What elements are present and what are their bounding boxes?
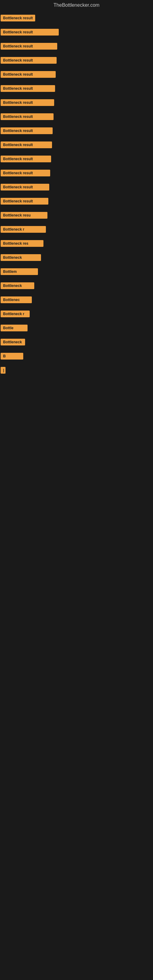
bottleneck-bar: Bottleneck result (1, 71, 56, 78)
bar-row: Bottleneck result (1, 138, 153, 153)
bar-row: Bottleneck (1, 251, 153, 265)
bottleneck-bar: Bottleneck result (1, 99, 54, 106)
bar-row: Bottleneck r (1, 307, 153, 321)
bottleneck-bar: B (1, 353, 23, 360)
bottleneck-bar: Bottleneck resu (1, 212, 48, 219)
bar-row: Bo (1, 433, 153, 439)
bar-row: Bottle (1, 321, 153, 336)
bar-row-empty (1, 378, 153, 396)
bar-row: Bottleneck (1, 336, 153, 350)
bar-row-empty (1, 458, 153, 476)
bar-row: Bottleneck resu (1, 209, 153, 223)
bottleneck-bar: Bottleneck result (1, 198, 48, 205)
bottleneck-bar: Bottleneck r (1, 226, 46, 233)
bar-row: Bottleneck result (1, 153, 153, 167)
bar-row: Bottlem (1, 265, 153, 279)
bottleneck-bar: Bottleneck r (1, 310, 30, 317)
bottleneck-bar: Bottleneck res (1, 240, 43, 247)
bar-row: Bottleneck result (1, 195, 153, 209)
bar-row: Bottleneck result (1, 54, 153, 68)
bar-row: Bottleneck result (1, 68, 153, 82)
bottleneck-bar: Bottleneck (1, 282, 34, 289)
bottleneck-bar: | (1, 367, 5, 374)
bar-row-empty (1, 500, 153, 519)
bar-row: Bottleneck res (1, 237, 153, 251)
bottleneck-bar: Bottleneck result (1, 127, 53, 134)
bar-row: Bottleneck result (1, 82, 153, 96)
bar-row: Bottleneck result (1, 110, 153, 124)
bar-row: B (1, 350, 153, 364)
bar-row: Bottleneck result (1, 96, 153, 110)
bar-row: Bottleneck result (1, 124, 153, 138)
bars-container: Bottleneck result Bottleneck result Bott… (0, 12, 153, 555)
bottleneck-bar: Bottleneck result (1, 85, 55, 92)
bottleneck-bar: Bottleneck result (1, 142, 52, 148)
bar-row: Bottlenec (1, 293, 153, 307)
bar-row: Bottleneck (1, 279, 153, 293)
bar-row: Bottleneck result (1, 181, 153, 195)
bar-row-empty (1, 439, 153, 458)
bar-row-empty (1, 537, 153, 555)
bottleneck-bar: Bottleneck result (1, 170, 50, 177)
bar-row-empty (1, 519, 153, 537)
bottleneck-bar: Bottlem (1, 268, 38, 275)
bar-row: Bottleneck result (1, 26, 153, 40)
bottleneck-bar: Bottleneck result (1, 113, 54, 120)
bar-row: Bottleneck result (1, 167, 153, 181)
bar-row: Bottleneck result (1, 12, 153, 26)
bottleneck-bar: Bottleneck result (1, 43, 57, 49)
bottleneck-bar: Bottleneck result (1, 184, 49, 191)
bar-row-empty (1, 415, 153, 433)
site-title: TheBottlenecker.com (0, 0, 153, 12)
bar-row-empty (1, 476, 153, 494)
bar-row-empty (1, 396, 153, 415)
bottleneck-bar: Bottleneck result (1, 29, 59, 35)
bar-row: Bottleneck r (1, 223, 153, 237)
bar-row: Bottleneck result (1, 40, 153, 54)
bottleneck-bar: Bottleneck result (1, 15, 35, 21)
bar-row: | (1, 364, 153, 378)
bar-row: Bottleneck r (1, 494, 153, 500)
bottleneck-bar: Bottleneck result (1, 57, 57, 64)
bottleneck-bar: Bottleneck result (1, 156, 51, 162)
bottleneck-bar: Bottleneck (1, 339, 25, 345)
bottleneck-bar: Bottle (1, 325, 27, 331)
bottleneck-bar: Bottleneck (1, 254, 41, 261)
bottleneck-bar: Bottlenec (1, 296, 32, 303)
